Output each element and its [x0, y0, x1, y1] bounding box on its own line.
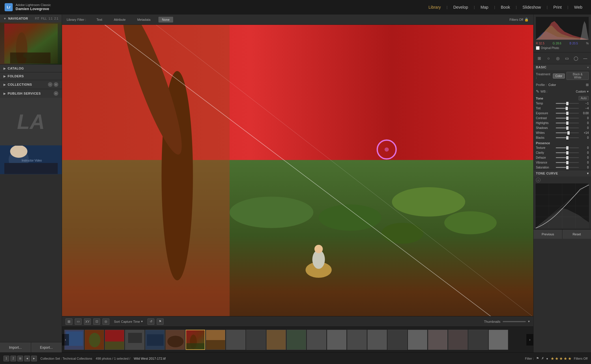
- tone-curve-circle-btn[interactable]: ○: [536, 178, 540, 182]
- previous-button[interactable]: Previous: [534, 230, 562, 239]
- collections-header[interactable]: ▶ Collections − +: [0, 80, 62, 89]
- export-button[interactable]: Export...: [31, 342, 62, 352]
- slider-clarity-thumb[interactable]: [566, 151, 568, 155]
- sort-control[interactable]: Sort Capture Time ▾: [114, 320, 143, 323]
- eyedropper-icon[interactable]: ✎: [536, 89, 539, 94]
- nav-print[interactable]: Print: [549, 3, 566, 11]
- filmstrip-item-14[interactable]: [327, 330, 347, 350]
- status-page-2[interactable]: 2: [10, 356, 16, 361]
- basic-header[interactable]: Basic ▾: [534, 64, 591, 70]
- publish-add-btn[interactable]: +: [54, 91, 58, 96]
- original-photo-check[interactable]: Original Photo: [536, 46, 589, 50]
- people-view-btn[interactable]: ◎: [102, 318, 109, 325]
- zoom-1-1[interactable]: 1:1: [48, 17, 53, 20]
- slider-dehaze-track[interactable]: [556, 157, 579, 158]
- filmstrip-item-8[interactable]: [206, 330, 225, 350]
- publish-header[interactable]: ▶ Publish Services +: [0, 89, 62, 98]
- slider-contrast-thumb[interactable]: [566, 117, 568, 120]
- catalog-header[interactable]: ▶ Catalog: [0, 65, 62, 72]
- filmstrip-item-21[interactable]: [468, 330, 488, 350]
- slider-highlights-track[interactable]: [556, 123, 579, 123]
- filmstrip-item-2[interactable]: [85, 330, 104, 350]
- grid-view-btn[interactable]: ⊞: [66, 318, 72, 325]
- profile-value[interactable]: Color: [548, 83, 556, 87]
- slider-vibrance-thumb[interactable]: [566, 161, 568, 164]
- slider-shadows-track[interactable]: [556, 127, 579, 128]
- filmstrip-item-5[interactable]: [145, 330, 165, 350]
- survey-view-btn[interactable]: ⊡: [93, 318, 100, 325]
- slider-clarity-track[interactable]: [556, 152, 579, 153]
- filmstrip-item-10[interactable]: [246, 330, 266, 350]
- nav-web[interactable]: Web: [570, 3, 586, 11]
- adjustment-brush[interactable]: —: [581, 54, 589, 62]
- zoom-fit[interactable]: FIT: [35, 17, 39, 20]
- slider-blacks-thumb[interactable]: [566, 136, 568, 140]
- slider-whites-thumb[interactable]: [567, 131, 570, 135]
- slider-temp-track[interactable]: [556, 103, 579, 104]
- folders-header[interactable]: ▶ Folders: [0, 72, 62, 80]
- filter-tab-attribute[interactable]: Attribute: [110, 17, 129, 22]
- radial-filter-tool[interactable]: ◯: [572, 54, 580, 62]
- status-grid-btn[interactable]: ⊞: [17, 356, 23, 361]
- grad-filter-tool[interactable]: ▭: [563, 54, 571, 62]
- filmstrip-left-arrow[interactable]: ‹: [62, 334, 69, 346]
- nav-library[interactable]: Library: [424, 3, 445, 11]
- filmstrip-item-4[interactable]: [125, 330, 145, 350]
- slider-tint-thumb[interactable]: [566, 107, 568, 110]
- thumbnails-slider[interactable]: [503, 321, 526, 322]
- status-prev-arrow[interactable]: ◄: [24, 356, 30, 361]
- nav-slideshow[interactable]: Slideshow: [519, 3, 545, 11]
- filmstrip-item-9[interactable]: [226, 330, 246, 350]
- collections-remove-btn[interactable]: −: [48, 82, 53, 87]
- status-page-1[interactable]: 1: [3, 356, 9, 361]
- redeye-tool[interactable]: ◎: [554, 54, 562, 62]
- reset-button[interactable]: Reset: [562, 230, 591, 239]
- sync-btn[interactable]: ↺: [147, 318, 154, 325]
- filmstrip-item-7-selected[interactable]: [186, 330, 205, 350]
- slider-exposure-track[interactable]: [556, 113, 579, 114]
- slider-whites-track[interactable]: [556, 132, 579, 133]
- zoom-2-1[interactable]: 2:1: [54, 17, 58, 20]
- slider-contrast-track[interactable]: [556, 118, 579, 119]
- status-next-arrow[interactable]: ►: [31, 356, 37, 361]
- filters-off-right[interactable]: Filters Off: [574, 357, 588, 360]
- filmstrip-item-20[interactable]: [448, 330, 468, 350]
- slider-temp-thumb[interactable]: [566, 102, 568, 105]
- treatment-bw-btn[interactable]: Black & White: [566, 72, 589, 80]
- slider-exposure-thumb[interactable]: [566, 112, 568, 115]
- import-button[interactable]: Import...: [0, 342, 31, 352]
- filter-tab-text[interactable]: Text: [93, 17, 106, 22]
- filmstrip-item-16[interactable]: [367, 330, 387, 350]
- filter-tab-metadata[interactable]: Metadata: [134, 17, 154, 22]
- nav-develop[interactable]: Develop: [449, 3, 472, 11]
- filters-off-btn[interactable]: Filters Off 🔒: [510, 18, 529, 22]
- slider-texture-track[interactable]: [556, 147, 579, 148]
- tone-curve-header[interactable]: Tone Curve ▾: [534, 170, 591, 177]
- slider-dehaze-thumb[interactable]: [566, 156, 568, 160]
- filmstrip-item-12[interactable]: [287, 330, 306, 350]
- spot-removal-tool[interactable]: ○: [545, 54, 553, 62]
- slider-saturation-track[interactable]: [556, 167, 579, 168]
- auto-btn[interactable]: Auto: [579, 96, 589, 100]
- slider-vibrance-track[interactable]: [556, 162, 579, 163]
- filter-tab-none[interactable]: None: [158, 17, 173, 22]
- filmstrip-item-3[interactable]: [105, 330, 124, 350]
- nav-map[interactable]: Map: [476, 3, 492, 11]
- zoom-fill[interactable]: FILL: [41, 17, 47, 20]
- flag-btn[interactable]: ⚑: [157, 318, 164, 325]
- slider-shadows-thumb[interactable]: [566, 126, 568, 130]
- crop-tool[interactable]: ⊞: [535, 54, 543, 62]
- loupe-view-btn[interactable]: ▭: [75, 318, 82, 325]
- slider-texture-thumb[interactable]: [566, 146, 568, 150]
- filmstrip-item-11[interactable]: [266, 330, 286, 350]
- filmstrip-item-17[interactable]: [388, 330, 407, 350]
- filmstrip-item-22[interactable]: [489, 330, 508, 350]
- slider-tint-track[interactable]: [556, 108, 579, 109]
- navigator-header[interactable]: ▼ Navigator FIT FILL 1:1 2:1: [0, 14, 62, 22]
- filmstrip-right-arrow[interactable]: ›: [526, 334, 533, 346]
- compare-view-btn[interactable]: XY: [84, 318, 91, 325]
- filmstrip-item-18[interactable]: [408, 330, 427, 350]
- filmstrip-item-15[interactable]: [347, 330, 367, 350]
- slider-blacks-track[interactable]: [556, 137, 579, 138]
- slider-saturation-thumb[interactable]: [566, 166, 568, 169]
